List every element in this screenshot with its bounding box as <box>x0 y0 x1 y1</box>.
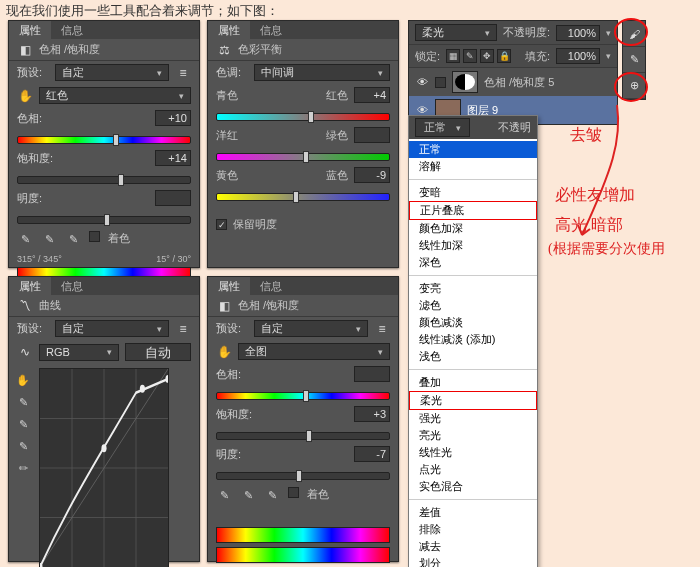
sat-slider[interactable] <box>216 432 390 440</box>
lock-move-icon[interactable]: ✥ <box>480 49 494 63</box>
hue-value[interactable] <box>354 366 390 382</box>
svg-point-9 <box>140 385 145 393</box>
menu-icon[interactable]: ≡ <box>374 321 390 337</box>
mode-darken[interactable]: 变暗 <box>409 184 537 201</box>
sat-slider[interactable] <box>17 176 191 184</box>
range-select[interactable]: 红色▾ <box>39 87 191 104</box>
lock-transparent-icon[interactable]: ▦ <box>446 49 460 63</box>
eyedropper-sub-icon[interactable]: ✎ <box>65 231 81 247</box>
brush-tool-icon[interactable]: 🖌 <box>623 21 645 47</box>
preserve-lum-check[interactable]: ✓ <box>216 219 227 230</box>
mode-subtract[interactable]: 减去 <box>409 538 537 555</box>
mode-multiply[interactable]: 正片叠底 <box>409 201 537 220</box>
mode-vividlight[interactable]: 亮光 <box>409 427 537 444</box>
blend-mode-select[interactable]: 柔光▾ <box>415 24 497 41</box>
mode-lighten[interactable]: 变亮 <box>409 280 537 297</box>
annotation-2: 必性友增加 <box>555 185 635 206</box>
tab-info[interactable]: 信息 <box>250 21 292 40</box>
tab-properties[interactable]: 属性 <box>208 21 250 40</box>
mode-colorburn[interactable]: 颜色加深 <box>409 220 537 237</box>
pencil-icon[interactable]: ✏ <box>15 460 31 476</box>
mode-hardlight[interactable]: 强光 <box>409 410 537 427</box>
redeye-tool-icon[interactable]: ⊕ <box>623 73 645 99</box>
preset-select[interactable]: 自定▾ <box>55 320 169 337</box>
hue-slider[interactable] <box>17 136 191 144</box>
chevron-down-icon: ▾ <box>378 347 383 357</box>
tab-info[interactable]: 信息 <box>51 277 93 296</box>
chevron-down-icon[interactable]: ▾ <box>606 51 611 61</box>
lock-all-icon[interactable]: 🔒 <box>497 49 511 63</box>
black-point-icon[interactable]: ✎ <box>15 394 31 410</box>
hand-icon[interactable]: ✋ <box>17 88 33 104</box>
healing-tool-icon[interactable]: ✎ <box>623 47 645 73</box>
dropdown-current[interactable]: 正常▾ <box>415 118 470 137</box>
mode-linearburn[interactable]: 线性加深 <box>409 237 537 254</box>
mode-linearlight[interactable]: 线性光 <box>409 444 537 461</box>
fill-value[interactable]: 100% <box>556 48 600 64</box>
cb-val-1[interactable]: +4 <box>354 87 390 103</box>
colorize-check[interactable] <box>288 487 299 498</box>
sat-value[interactable]: +3 <box>354 406 390 422</box>
curves-graph[interactable] <box>39 368 169 567</box>
mode-pinlight[interactable]: 点光 <box>409 461 537 478</box>
mode-darkercolor[interactable]: 深色 <box>409 254 537 271</box>
colorize-check[interactable] <box>89 231 100 242</box>
hue-slider[interactable] <box>216 392 390 400</box>
layer-item-1[interactable]: 👁 色相 /饱和度 5 <box>409 68 617 96</box>
layer-link-icon[interactable] <box>435 77 446 88</box>
white-point-icon[interactable]: ✎ <box>15 438 31 454</box>
range-select[interactable]: 全图▾ <box>238 343 390 360</box>
tab-info[interactable]: 信息 <box>250 277 292 296</box>
light-slider[interactable] <box>216 472 390 480</box>
eyedropper-add-icon[interactable]: ✎ <box>240 487 256 503</box>
lock-brush-icon[interactable]: ✎ <box>463 49 477 63</box>
opacity-value[interactable]: 100% <box>556 25 600 41</box>
preset-select[interactable]: 自定▾ <box>254 320 368 337</box>
mode-lightercolor[interactable]: 浅色 <box>409 348 537 365</box>
annotation-1: 去皱 <box>570 125 602 146</box>
menu-icon[interactable]: ≡ <box>175 321 191 337</box>
hue-value[interactable]: +10 <box>155 110 191 126</box>
cb-slider-2[interactable] <box>216 153 390 161</box>
cb-val-3[interactable]: -9 <box>354 167 390 183</box>
visibility-icon[interactable]: 👁 <box>415 76 429 88</box>
eyedropper-icon[interactable]: ✎ <box>216 487 232 503</box>
cb-val-2[interactable] <box>354 127 390 143</box>
mode-overlay[interactable]: 叠加 <box>409 374 537 391</box>
huesat-icon: ◧ <box>216 298 232 314</box>
cb-slider-1[interactable] <box>216 113 390 121</box>
adjustment-thumb <box>452 71 478 93</box>
menu-icon[interactable]: ≡ <box>175 65 191 81</box>
gray-point-icon[interactable]: ✎ <box>15 416 31 432</box>
mode-normal[interactable]: 正常 <box>409 141 537 158</box>
mode-dissolve[interactable]: 溶解 <box>409 158 537 175</box>
tab-properties[interactable]: 属性 <box>208 277 250 296</box>
light-value[interactable]: -7 <box>354 446 390 462</box>
hand-icon[interactable]: ✋ <box>216 344 232 360</box>
light-value[interactable] <box>155 190 191 206</box>
eyedropper-sub-icon[interactable]: ✎ <box>264 487 280 503</box>
light-slider[interactable] <box>17 216 191 224</box>
tone-select[interactable]: 中间调▾ <box>254 64 390 81</box>
eyedropper-add-icon[interactable]: ✎ <box>41 231 57 247</box>
mode-colordodge[interactable]: 颜色减淡 <box>409 314 537 331</box>
channel-select[interactable]: RGB▾ <box>39 344 119 361</box>
mode-lineardodge[interactable]: 线性减淡 (添加) <box>409 331 537 348</box>
mode-difference[interactable]: 差值 <box>409 504 537 521</box>
hand-tool-icon[interactable]: ✋ <box>15 372 31 388</box>
mode-softlight[interactable]: 柔光 <box>409 391 537 410</box>
mode-screen[interactable]: 滤色 <box>409 297 537 314</box>
mode-hardmix[interactable]: 实色混合 <box>409 478 537 495</box>
preset-select[interactable]: 自定▾ <box>55 64 169 81</box>
sat-value[interactable]: +14 <box>155 150 191 166</box>
mode-exclusion[interactable]: 排除 <box>409 521 537 538</box>
cb-slider-3[interactable] <box>216 193 390 201</box>
eyedropper-icon[interactable]: ✎ <box>17 231 33 247</box>
tab-info[interactable]: 信息 <box>51 21 93 40</box>
mode-divide[interactable]: 划分 <box>409 555 537 567</box>
auto-button[interactable]: 自动 <box>125 343 191 361</box>
chevron-down-icon[interactable]: ▾ <box>606 28 611 38</box>
curve-icon[interactable]: ∿ <box>17 344 33 360</box>
tab-properties[interactable]: 属性 <box>9 21 51 40</box>
tab-properties[interactable]: 属性 <box>9 277 51 296</box>
